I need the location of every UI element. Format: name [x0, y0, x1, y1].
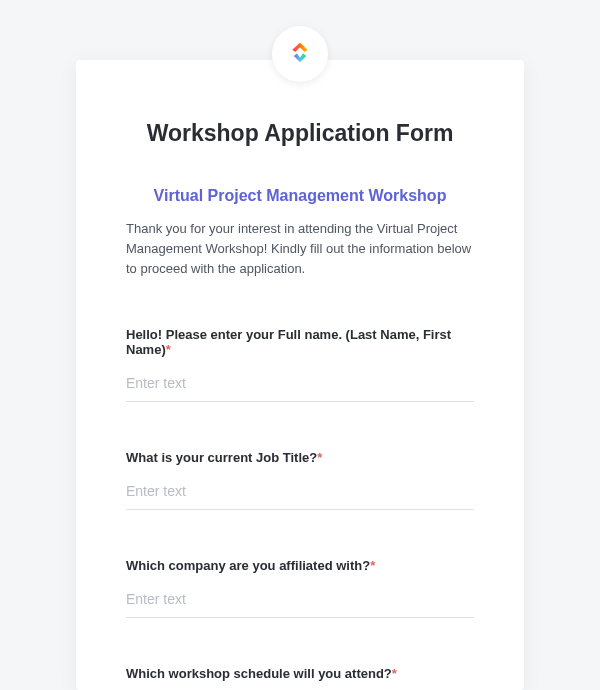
jobtitle-input[interactable]	[126, 479, 474, 510]
field-company: Which company are you affiliated with?*	[126, 558, 474, 618]
field-schedule: Which workshop schedule will you attend?…	[126, 666, 474, 690]
field-fullname: Hello! Please enter your Full name. (Las…	[126, 327, 474, 402]
required-mark: *	[317, 450, 322, 465]
logo-badge	[272, 26, 328, 82]
required-mark: *	[392, 666, 397, 681]
field-label-schedule: Which workshop schedule will you attend?…	[126, 666, 474, 681]
field-label-fullname: Hello! Please enter your Full name. (Las…	[126, 327, 474, 357]
fullname-input[interactable]	[126, 371, 474, 402]
required-mark: *	[166, 342, 171, 357]
form-intro: Thank you for your interest in attending…	[126, 219, 474, 279]
form-subtitle: Virtual Project Management Workshop	[126, 187, 474, 205]
form-card: Workshop Application Form Virtual Projec…	[76, 60, 524, 690]
required-mark: *	[370, 558, 375, 573]
clickup-logo-icon	[286, 38, 314, 70]
field-jobtitle: What is your current Job Title?*	[126, 450, 474, 510]
field-label-company: Which company are you affiliated with?*	[126, 558, 474, 573]
page-title: Workshop Application Form	[126, 120, 474, 147]
company-input[interactable]	[126, 587, 474, 618]
field-label-jobtitle: What is your current Job Title?*	[126, 450, 474, 465]
